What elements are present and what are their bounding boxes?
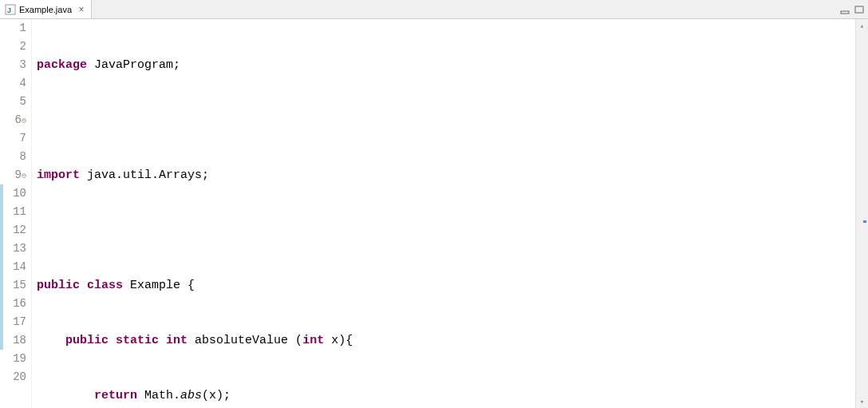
override-marker-icon: ⊖ <box>22 172 26 180</box>
change-bar <box>0 295 3 313</box>
line-number: 15 <box>0 276 26 295</box>
line-number: 11 <box>0 203 26 221</box>
java-file-icon: J <box>5 4 16 15</box>
minimize-icon[interactable] <box>839 4 850 15</box>
line-number: 13 <box>0 240 26 258</box>
scroll-up-icon[interactable]: ▴ <box>856 19 868 32</box>
line-number: 12 <box>0 221 26 240</box>
change-bar <box>0 331 3 350</box>
change-bar <box>0 240 3 258</box>
line-number: 19 <box>0 350 26 368</box>
editor: 1 2 3 4 5 6⊖ 7 8 9⊖ 10 11 12 13 14 15 16… <box>0 19 868 408</box>
line-number: 6⊖ <box>0 111 26 129</box>
tab-bar: J Example.java × <box>0 0 868 19</box>
line-number: 10 <box>0 184 26 203</box>
change-bar <box>0 184 3 203</box>
line-number: 3 <box>0 56 26 74</box>
line-number: 14 <box>0 258 26 276</box>
change-bar <box>0 313 3 331</box>
maximize-icon[interactable] <box>854 4 865 15</box>
tab-filename: Example.java <box>19 5 72 14</box>
vertical-scrollbar[interactable]: ▴ ▾ <box>855 19 868 408</box>
change-bar <box>0 276 3 295</box>
line-number: 4 <box>0 74 26 93</box>
line-number: 18 <box>0 331 26 350</box>
line-number: 8 <box>0 148 26 166</box>
change-bar <box>0 221 3 240</box>
change-bar <box>0 258 3 276</box>
code-line: return Math.abs(x); <box>37 386 868 405</box>
toolbar-right <box>839 0 865 18</box>
svg-text:J: J <box>7 6 11 14</box>
line-number: 20 <box>0 368 26 386</box>
line-number: 9⊖ <box>0 166 26 184</box>
scroll-marker <box>863 220 866 223</box>
line-number: 2 <box>0 38 26 56</box>
code-area[interactable]: package JavaProgram; import java.util.Ar… <box>32 19 868 408</box>
scroll-down-icon[interactable]: ▾ <box>856 395 868 408</box>
close-icon[interactable]: × <box>77 5 86 14</box>
line-number: 5 <box>0 93 26 111</box>
code-line: public static int absoluteValue (int x){ <box>37 331 868 350</box>
code-line <box>37 221 868 240</box>
code-line <box>37 111 868 129</box>
svg-rect-2 <box>841 11 849 14</box>
gutter: 1 2 3 4 5 6⊖ 7 8 9⊖ 10 11 12 13 14 15 16… <box>0 19 32 408</box>
svg-rect-3 <box>855 6 863 13</box>
line-number: 16 <box>0 295 26 313</box>
line-number: 7 <box>0 129 26 148</box>
line-number: 1 <box>0 19 26 38</box>
editor-tab[interactable]: J Example.java × <box>0 0 92 18</box>
code-line: package JavaProgram; <box>37 56 868 74</box>
change-bar <box>0 203 3 221</box>
code-line: import java.util.Arrays; <box>37 166 868 184</box>
code-line: public class Example { <box>37 276 868 295</box>
override-marker-icon: ⊖ <box>22 117 26 125</box>
line-number: 17 <box>0 313 26 331</box>
